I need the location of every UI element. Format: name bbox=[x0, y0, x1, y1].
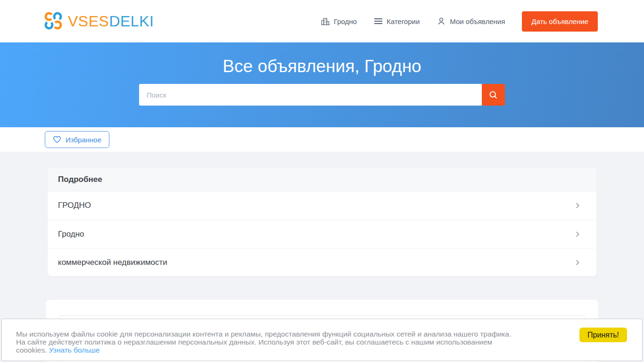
favorites-button[interactable]: Избранное bbox=[45, 131, 109, 148]
nav-my-ads[interactable]: Мои объявления bbox=[437, 16, 505, 26]
list-item-label: ГРОДНО bbox=[58, 201, 91, 210]
user-icon bbox=[437, 16, 446, 26]
nav-city-label: Гродно bbox=[334, 17, 357, 25]
logo-icon bbox=[43, 11, 64, 31]
accept-cookies-button[interactable]: Принять! bbox=[579, 328, 627, 342]
categories-icon bbox=[374, 17, 383, 25]
details-card-header: Подробнее bbox=[48, 168, 596, 191]
favorites-button-label: Избранное bbox=[66, 136, 101, 144]
nav-city[interactable]: Гродно bbox=[321, 16, 357, 26]
list-item-label: коммерческой недвижимости bbox=[58, 258, 167, 267]
search-button[interactable] bbox=[482, 84, 505, 106]
city-icon bbox=[321, 16, 330, 26]
heart-icon bbox=[53, 136, 61, 143]
nav-categories-label: Категории bbox=[387, 17, 420, 25]
search-icon bbox=[488, 90, 498, 100]
list-item-commercial-realty[interactable]: коммерческой недвижимости bbox=[48, 248, 596, 276]
cookie-banner: Мы используем файлы cookie для персонали… bbox=[1, 319, 643, 361]
chevron-right-icon bbox=[573, 230, 582, 239]
hero-section: Все объявления, Гродно bbox=[0, 42, 644, 127]
site-logo[interactable]: VSESDELKI bbox=[43, 11, 154, 31]
learn-more-link[interactable]: Узнать больше bbox=[49, 346, 100, 354]
post-ad-button[interactable]: Дать объявление bbox=[522, 11, 598, 32]
chevron-right-icon bbox=[573, 258, 582, 267]
main-navigation: Гродно Категории Мои объявления Дать объ… bbox=[321, 11, 598, 32]
list-item-label: Гродно bbox=[58, 230, 84, 239]
site-header: VSESDELKI Гродно Категории Мои объявлени… bbox=[0, 0, 644, 42]
search-bar bbox=[139, 84, 505, 106]
chevron-right-icon bbox=[573, 201, 582, 210]
favorites-strip: Избранное bbox=[0, 127, 644, 152]
list-item-grodno[interactable]: Гродно bbox=[48, 220, 596, 248]
cookie-line-1: Мы используем файлы cookie для персонали… bbox=[16, 330, 511, 338]
logo-text: VSESDELKI bbox=[68, 13, 154, 30]
nav-categories[interactable]: Категории bbox=[374, 17, 420, 25]
cookie-line-3: coookies. bbox=[16, 346, 47, 354]
list-item-grodno-upper[interactable]: ГРОДНО bbox=[48, 191, 596, 220]
cookie-line-2: На сайте действует политика о неразглаше… bbox=[16, 338, 492, 346]
page-title: Все объявления, Гродно bbox=[0, 42, 644, 76]
search-input[interactable] bbox=[139, 84, 482, 106]
cookie-message: Мы используем файлы cookie для персонали… bbox=[16, 330, 568, 354]
details-card: Подробнее ГРОДНО Гродно коммерческой нед… bbox=[48, 168, 596, 276]
nav-my-ads-label: Мои объявления bbox=[450, 17, 505, 25]
